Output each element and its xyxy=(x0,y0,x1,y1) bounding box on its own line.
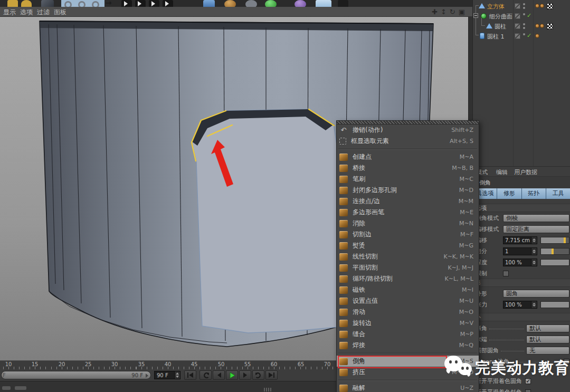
menu-item-connect-points-edges[interactable]: 连接点/边 M~M xyxy=(337,196,479,207)
partial-round-dropdown[interactable]: 无 xyxy=(526,347,569,355)
menu-filter[interactable]: 过滤 xyxy=(37,8,50,17)
visibility-dots[interactable] xyxy=(523,33,525,39)
axis-button[interactable] xyxy=(163,0,173,7)
pan-icon[interactable]: ✚ xyxy=(432,8,438,15)
bevel-mode-dropdown[interactable]: 倒棱 xyxy=(503,214,569,222)
offset-spinner[interactable] xyxy=(531,236,537,244)
break-round-checkbox[interactable] xyxy=(525,378,531,384)
menu-item-plane-cut[interactable]: 平面切割 K~J, M~J xyxy=(337,262,479,273)
axis-button[interactable] xyxy=(121,0,132,7)
resize-grip-icon[interactable] xyxy=(264,388,271,391)
enabled-check-icon[interactable]: ✓ xyxy=(527,32,531,39)
toolbar-clipped-icon[interactable] xyxy=(203,0,215,7)
toolbar-clipped-icon[interactable] xyxy=(245,0,257,7)
menu-item-iron[interactable]: 熨烫 M~G xyxy=(337,240,479,251)
offset-field[interactable]: 7.715 cm xyxy=(503,236,531,244)
menu-item-polygon-pen[interactable]: 多边形画笔 M~E xyxy=(337,207,479,218)
menu-item-frame-selected[interactable]: 框显选取元素 Alt+S, S xyxy=(337,136,479,147)
goto-end-button[interactable] xyxy=(265,370,278,380)
am-menu-userdata[interactable]: 用户数据 xyxy=(514,168,537,176)
menu-item-dissolve[interactable]: 消除 M~N xyxy=(337,218,479,229)
preview-range-slider[interactable]: F 90 F xyxy=(1,371,151,379)
axis-button[interactable] xyxy=(149,0,159,7)
menu-item-brush[interactable]: 笔刷 M~C xyxy=(337,174,479,185)
visibility-dots[interactable] xyxy=(523,23,525,29)
frame-spinner[interactable] xyxy=(174,371,180,379)
visibility-dots[interactable] xyxy=(523,3,525,9)
subdivision-spinner[interactable] xyxy=(531,247,537,255)
selection-ring-icon[interactable] xyxy=(78,1,86,7)
previous-key-button[interactable] xyxy=(200,370,212,380)
shape-dropdown[interactable]: 圆角 xyxy=(503,290,569,298)
ngons-checkbox[interactable] xyxy=(564,359,569,365)
tag-dot-icon[interactable] xyxy=(540,4,544,8)
tab-tool[interactable]: 工具 xyxy=(546,188,570,199)
depth-field[interactable]: 100 % xyxy=(503,259,531,266)
toolbar-clipped-icon[interactable] xyxy=(224,0,236,7)
previous-frame-button[interactable] xyxy=(213,370,225,380)
menu-item-bridge[interactable]: 桥接 M~B, B xyxy=(337,162,479,174)
menu-item-magnet[interactable]: 磁铁 M~I xyxy=(337,284,479,295)
menu-item-create-point[interactable]: 创建点 M~A xyxy=(337,151,479,162)
layer-color-icon[interactable] xyxy=(515,33,520,39)
menu-item-melt[interactable]: 融解 U~Z xyxy=(337,383,479,392)
texture-tag-icon[interactable] xyxy=(547,3,553,9)
offset-slider[interactable] xyxy=(540,237,569,244)
section-shaping[interactable]: 形 xyxy=(473,279,570,287)
menu-item-stitch-sew[interactable]: 缝合 M~P xyxy=(337,329,479,340)
maximize-icon[interactable]: ▣ xyxy=(459,8,465,15)
object-row-cylinder-child[interactable]: 圆柱 xyxy=(473,21,570,31)
depth-spinner[interactable] xyxy=(531,259,537,266)
toolbar-clipped-icon[interactable] xyxy=(316,0,331,7)
mitering-dropdown[interactable]: 默认 xyxy=(526,324,569,332)
menu-item-bevel[interactable]: 倒角 M~S xyxy=(337,356,479,367)
statusbar-item[interactable] xyxy=(2,386,11,390)
tension-spinner[interactable] xyxy=(531,301,537,309)
toolbar-clipped-icon[interactable] xyxy=(338,0,348,7)
statusbar-item[interactable] xyxy=(15,386,26,390)
move-tool-icon[interactable]: → xyxy=(106,0,118,7)
am-menu-edit[interactable]: 编辑 xyxy=(496,168,508,176)
tag-dot-icon[interactable] xyxy=(535,4,539,8)
play-button[interactable] xyxy=(226,370,238,380)
toolbar-clipped-icon[interactable] xyxy=(265,0,277,7)
menu-panel[interactable]: 面板 xyxy=(54,8,66,17)
tab-shaping[interactable]: 修形 xyxy=(497,188,521,199)
tab-topology[interactable]: 拓扑 xyxy=(522,188,546,199)
tag-dot-icon[interactable] xyxy=(535,24,539,28)
zoom-icon[interactable]: ↕ xyxy=(441,8,446,15)
break-bevel-checkbox[interactable] xyxy=(525,389,531,392)
menu-item-cut-edge[interactable]: 切割边 M~F xyxy=(337,229,479,240)
subdivision-field[interactable]: 1 xyxy=(503,247,531,255)
axis-button[interactable] xyxy=(135,0,146,7)
depth-slider[interactable] xyxy=(540,259,569,266)
selection-ring-icon[interactable] xyxy=(92,1,99,7)
goto-start-button[interactable] xyxy=(184,370,196,380)
menu-display[interactable]: 显示 xyxy=(3,8,16,17)
menu-tearoff-grip[interactable] xyxy=(337,121,479,125)
menu-options[interactable]: 选项 xyxy=(20,8,33,17)
menu-item-close-polygon-hole[interactable]: 封闭多边形孔洞 M~D xyxy=(337,185,479,196)
offset-mode-dropdown[interactable]: 固定距离 xyxy=(503,225,569,233)
layer-color-icon[interactable] xyxy=(515,3,520,9)
tag-dot-icon[interactable] xyxy=(540,24,544,28)
current-frame-field[interactable]: 90 F xyxy=(154,371,180,379)
texture-tag-icon[interactable] xyxy=(547,23,553,30)
visibility-dots[interactable] xyxy=(523,13,525,19)
menu-item-loop-path-cut[interactable]: 循环/路径切割 K~L, M~L xyxy=(337,273,479,284)
next-frame-button[interactable] xyxy=(239,370,251,380)
limit-checkbox[interactable] xyxy=(503,271,509,276)
menu-item-set-point-value[interactable]: 设置点值 M~U xyxy=(337,295,479,307)
layer-color-icon[interactable] xyxy=(515,13,520,19)
menu-item-line-cut[interactable]: 线性切割 K~K, M~K xyxy=(337,251,479,262)
menu-item-slide[interactable]: 滑动 M~O xyxy=(337,307,479,318)
rotate-icon[interactable]: ↻ xyxy=(450,8,455,15)
toolbar-clipped-icon[interactable] xyxy=(294,0,306,7)
next-key-button[interactable] xyxy=(252,370,264,380)
menu-item-undo-action[interactable]: ↶ 撤销(动作) Shift+Z xyxy=(337,125,479,136)
object-row-subdivision[interactable]: 细分曲面 ✓ xyxy=(473,11,570,21)
tag-dot-icon[interactable] xyxy=(535,34,539,38)
tension-slider[interactable] xyxy=(540,301,569,308)
section-topology[interactable]: 扑 xyxy=(473,313,570,321)
subdivision-slider[interactable] xyxy=(540,248,569,255)
